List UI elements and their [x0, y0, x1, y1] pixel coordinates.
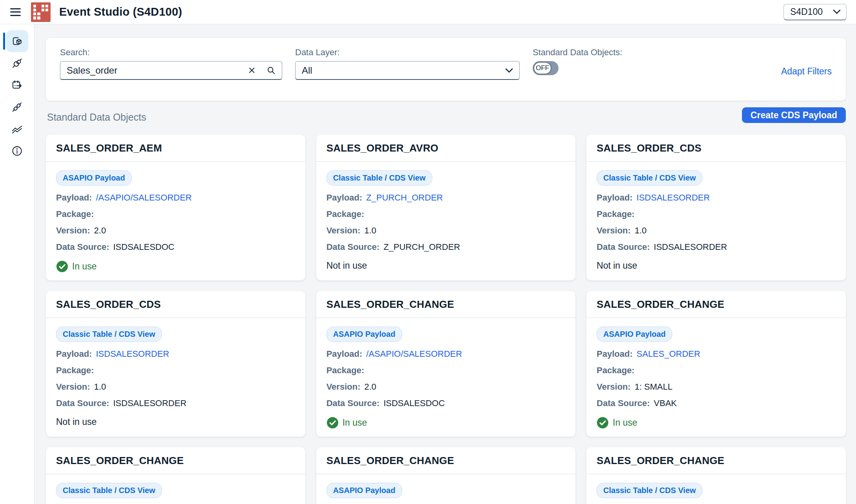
usage-status-text: Not in use: [326, 260, 367, 271]
data-source-label: Data Source:: [56, 241, 109, 253]
card-title: SALES_ORDER_CHANGE: [597, 455, 724, 467]
usage-status: Not in use: [326, 260, 566, 271]
sidebar-item-connections[interactable]: [6, 52, 28, 74]
calendar-forward-icon: [11, 79, 23, 91]
system-select-value: S4D100: [790, 7, 823, 17]
search-icon[interactable]: [267, 66, 276, 75]
version-label: Version:: [597, 225, 631, 236]
version-value: 2.0: [94, 225, 106, 236]
data-source-value: Z_PURCH_ORDER: [383, 241, 460, 253]
search-label: Search:: [60, 47, 282, 58]
card-title: SALES_ORDER_CHANGE: [326, 455, 454, 467]
version-label: Version:: [597, 381, 631, 392]
search-input-value: Sales_order: [67, 65, 247, 76]
payload-label: Payload:: [326, 348, 363, 359]
version-value: 1.0: [635, 225, 647, 236]
app-header: Event Studio (S4D100) S4D100: [0, 0, 856, 24]
payload-link[interactable]: ISDSALESORDER: [637, 192, 710, 203]
package-label: Package:: [326, 365, 365, 376]
payload-link[interactable]: SALES_ORDER: [637, 348, 700, 359]
data-object-card[interactable]: SALES_ORDER_CDS Classic Table / CDS View…: [586, 135, 846, 280]
check-circle-icon: [56, 260, 68, 273]
objects-browser-icon: [11, 35, 23, 47]
data-object-card[interactable]: SALES_ORDER_CDS Classic Table / CDS View…: [46, 291, 305, 437]
version-label: Version:: [326, 381, 361, 392]
data-source-value: ISDSALESORDER: [654, 241, 727, 253]
version-value: 1.0: [94, 381, 106, 392]
data-layer-select[interactable]: All: [295, 61, 520, 80]
card-title: SALES_ORDER_CDS: [56, 298, 161, 311]
payload-type-badge: Classic Table / CDS View: [56, 483, 162, 498]
menu-hamburger-icon[interactable]: [10, 8, 21, 16]
usage-status: In use: [56, 260, 295, 273]
info-icon: [11, 145, 23, 157]
usage-status: Not in use: [597, 260, 836, 271]
sidebar-item-scheduled-events[interactable]: [6, 74, 28, 96]
check-circle-icon: [597, 417, 609, 429]
sidebar: [0, 24, 34, 504]
sidebar-item-integrations[interactable]: [6, 96, 28, 118]
data-source-label: Data Source:: [597, 241, 650, 253]
system-select[interactable]: S4D100: [783, 4, 847, 20]
data-source-value: ISDSALESORDER: [113, 397, 187, 409]
chevron-down-icon: [833, 9, 841, 14]
standard-objects-toggle[interactable]: OFF: [533, 61, 559, 75]
card-title: SALES_ORDER_CHANGE: [56, 455, 184, 467]
sidebar-item-info[interactable]: [6, 140, 28, 162]
adapt-filters-link[interactable]: Adapt Filters: [781, 66, 832, 101]
data-object-card[interactable]: SALES_ORDER_AEM ASAPIO Payload Payload: …: [46, 135, 305, 280]
data-object-card[interactable]: SALES_ORDER_CHANGE Classic Table / CDS V…: [586, 447, 846, 504]
data-object-card[interactable]: SALES_ORDER_CHANGE ASAPIO Payload Payloa…: [586, 291, 846, 437]
sidebar-item-data-objects[interactable]: [6, 30, 28, 52]
main-content: Search: Sales_order Data Layer: All Stan…: [34, 24, 856, 504]
usage-status: Not in use: [56, 417, 295, 427]
toggle-knob: OFF: [533, 62, 551, 74]
sidebar-item-monitoring[interactable]: [6, 118, 28, 140]
data-object-card[interactable]: SALES_ORDER_CHANGE Classic Table / CDS V…: [46, 447, 305, 504]
data-source-value: ISDSALESDOC: [113, 241, 175, 253]
data-layer-value: All: [302, 65, 505, 76]
card-title: SALES_ORDER_AVRO: [326, 142, 439, 154]
filter-bar: Search: Sales_order Data Layer: All Stan…: [46, 38, 846, 101]
card-title: SALES_ORDER_AEM: [56, 142, 162, 154]
payload-link[interactable]: Z_PURCH_ORDER: [366, 192, 443, 203]
usage-status-text: Not in use: [56, 417, 97, 427]
payload-type-badge: ASAPIO Payload: [326, 483, 402, 498]
data-object-card[interactable]: SALES_ORDER_CHANGE ASAPIO Payload Payloa…: [316, 291, 576, 437]
version-value: 1: SMALL: [635, 381, 673, 392]
data-source-value: ISDSALESDOC: [383, 397, 445, 409]
payload-link[interactable]: /ASAPIO/SALESORDER: [96, 192, 192, 203]
chevron-down-icon: [505, 68, 513, 73]
data-object-card[interactable]: SALES_ORDER_AVRO Classic Table / CDS Vie…: [316, 135, 576, 280]
data-source-value: VBAK: [654, 397, 677, 409]
package-label: Package:: [56, 365, 94, 376]
search-input[interactable]: Sales_order: [60, 61, 282, 80]
create-cds-payload-button[interactable]: Create CDS Payload: [742, 107, 846, 123]
card-title: SALES_ORDER_CHANGE: [597, 298, 724, 311]
payload-type-badge: Classic Table / CDS View: [56, 327, 162, 342]
usage-status-text: Not in use: [597, 260, 637, 271]
package-label: Package:: [597, 208, 635, 220]
package-label: Package:: [326, 208, 365, 220]
payload-type-badge: ASAPIO Payload: [597, 327, 672, 342]
version-label: Version:: [56, 225, 90, 236]
payload-type-badge: ASAPIO Payload: [56, 170, 132, 186]
data-layer-label: Data Layer:: [295, 47, 520, 58]
section-title: Standard Data Objects: [46, 112, 146, 123]
payload-label: Payload:: [56, 348, 92, 359]
clear-icon[interactable]: [247, 66, 256, 75]
data-source-label: Data Source:: [326, 241, 380, 253]
usage-status-text: In use: [72, 261, 97, 272]
payload-label: Payload:: [597, 192, 633, 203]
payload-type-badge: Classic Table / CDS View: [597, 170, 702, 186]
payload-link[interactable]: ISDSALESORDER: [96, 348, 169, 359]
payload-link[interactable]: /ASAPIO/SALESORDER: [366, 348, 462, 359]
version-label: Version:: [56, 381, 90, 392]
data-object-card[interactable]: SALES_ORDER_CHANGE ASAPIO Payload Payloa…: [316, 447, 576, 504]
payload-label: Payload:: [326, 192, 363, 203]
check-circle-icon: [326, 417, 339, 429]
payload-type-badge: Classic Table / CDS View: [326, 170, 432, 186]
data-source-label: Data Source:: [597, 397, 650, 409]
payload-type-badge: ASAPIO Payload: [326, 327, 402, 342]
usage-status: In use: [597, 417, 836, 429]
